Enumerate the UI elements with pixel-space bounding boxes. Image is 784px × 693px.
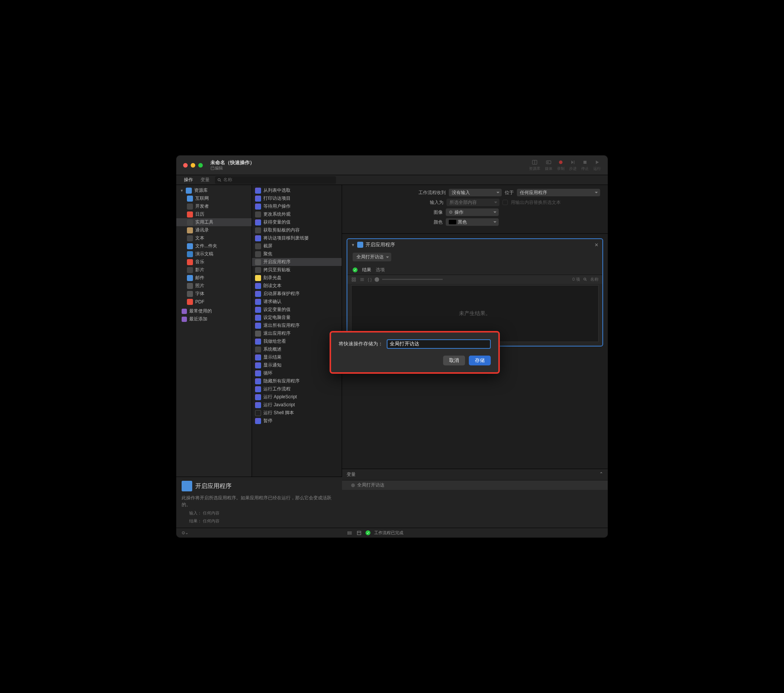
action-item[interactable]: 更改系统外观 [252, 210, 342, 218]
action-item[interactable]: 刻录光盘 [252, 274, 342, 282]
action-item[interactable]: 系统概述 [252, 346, 342, 353]
action-item[interactable]: 获取剪贴板的内容 [252, 226, 342, 234]
library-item[interactable]: 照片 [176, 282, 252, 290]
action-header[interactable]: ▼ 开启应用程序 ✕ [348, 239, 602, 250]
action-item[interactable]: 设定变量的值 [252, 306, 342, 314]
maximize-button[interactable] [198, 163, 203, 168]
toolbar-run[interactable]: 运行 [593, 159, 601, 171]
action-item-label: 我做给您看 [264, 338, 286, 345]
log-icon[interactable] [356, 530, 362, 536]
toolbar-library[interactable]: 资源库 [529, 159, 540, 171]
tab-options[interactable]: 选项 [376, 267, 385, 273]
library-item[interactable]: 互联网 [176, 194, 252, 202]
tab-results[interactable]: 结果 [362, 267, 371, 273]
variables-header[interactable]: 变量 ⌃ [342, 469, 608, 481]
smart-folder-item[interactable]: 最近添加 [176, 315, 252, 323]
action-icon [255, 418, 261, 424]
library-root[interactable]: ▼ 资源库 [176, 186, 252, 194]
library-icon [531, 159, 539, 165]
dialog-name-input[interactable] [387, 339, 491, 349]
action-item[interactable]: 启动屏幕保护程序 [252, 290, 342, 298]
app-select[interactable]: 全局打开访达 [352, 253, 391, 262]
in-select[interactable]: 任何应用程序 [517, 189, 600, 196]
action-item[interactable]: 截屏 [252, 242, 342, 250]
toolbar-stop[interactable]: 停止 [581, 159, 589, 171]
search-field[interactable]: 名称 [215, 176, 336, 184]
action-item[interactable]: 等待用户操作 [252, 202, 342, 210]
action-item[interactable]: 朗读文本 [252, 282, 342, 290]
variable-item[interactable]: 全局打开访达 [342, 481, 608, 490]
action-item[interactable]: 我做给您看 [252, 337, 342, 346]
library-item[interactable]: 影片 [176, 266, 252, 274]
library-item[interactable]: 文本 [176, 234, 252, 242]
toolbar-record[interactable]: 录制 [557, 159, 565, 171]
image-select[interactable]: ⚙ 操作 [446, 208, 499, 216]
action-item[interactable]: 请求确认 [252, 298, 342, 306]
action-close-button[interactable]: ✕ [595, 242, 599, 248]
list-view-icon[interactable] [348, 530, 352, 536]
action-item[interactable]: 显示通知 [252, 361, 342, 369]
action-item[interactable]: 获得变量的值 [252, 218, 342, 226]
action-item[interactable]: 隐藏所有应用程序 [252, 377, 342, 385]
library-item[interactable]: 邮件 [176, 274, 252, 282]
library-item[interactable]: 开发者 [176, 202, 252, 210]
status-menu-icon[interactable]: ⊙⌄ [182, 530, 188, 535]
save-dialog: 将快速操作存储为： 取消 存储 [329, 331, 500, 374]
action-item[interactable]: 退出应用程序 [252, 329, 342, 337]
toolbar-media[interactable]: 媒体 [545, 159, 552, 171]
color-swatch [449, 220, 456, 224]
library-item[interactable]: 音乐 [176, 258, 252, 266]
receives-select[interactable]: 没有输入 [449, 189, 502, 196]
action-item[interactable]: 开启应用程序 [252, 258, 342, 266]
color-select[interactable]: 黑色 [446, 218, 499, 226]
action-item[interactable]: 从列表中选取 [252, 186, 342, 194]
action-item[interactable]: 循环 [252, 369, 342, 377]
grid-icon[interactable] [351, 277, 356, 282]
action-item[interactable]: 设定电脑音量 [252, 314, 342, 321]
action-item[interactable]: 显示结果 [252, 353, 342, 361]
cancel-button[interactable]: 取消 [443, 356, 465, 365]
library-item[interactable]: 实用工具 [176, 218, 252, 226]
action-item[interactable]: 打印访达项目 [252, 194, 342, 202]
action-title: 开启应用程序 [366, 241, 395, 248]
action-item[interactable]: 运行 AppleScript [252, 393, 342, 401]
smart-folder-item[interactable]: 最常使用的 [176, 307, 252, 315]
tab-variables[interactable]: 变量 [198, 176, 212, 184]
library-item[interactable]: 文件...件夹 [176, 242, 252, 250]
results-search-placeholder[interactable]: 名称 [590, 277, 599, 282]
search-icon [583, 277, 587, 281]
action-icon [255, 386, 261, 392]
action-item-label: 显示结果 [264, 354, 282, 360]
status-bar: ⊙⌄ ✓ 工作流程已完成 [176, 528, 608, 538]
action-icon [255, 323, 261, 329]
action-item[interactable]: 退出所有应用程序 [252, 321, 342, 329]
action-item[interactable]: 将访达项目移到废纸篓 [252, 234, 342, 242]
toolbar-step[interactable]: 步进 [569, 159, 576, 171]
braces-icon[interactable]: { } [368, 277, 372, 282]
action-item-label: 运行 JavaScript [264, 402, 295, 408]
action-item[interactable]: 运行 JavaScript [252, 401, 342, 409]
library-item[interactable]: 字体 [176, 290, 252, 298]
action-item-label: 拷贝至剪贴板 [264, 267, 291, 273]
tab-actions[interactable]: 操作 [182, 176, 195, 184]
action-item[interactable]: 拷贝至剪贴板 [252, 266, 342, 274]
minimize-button[interactable] [191, 163, 195, 168]
svg-point-3 [547, 161, 548, 163]
action-item[interactable]: 聚焦 [252, 250, 342, 258]
action-item[interactable]: 暂停 [252, 417, 342, 425]
list-icon[interactable] [359, 277, 365, 282]
library-item[interactable]: 日历 [176, 210, 252, 218]
toolbar-step-label: 步进 [569, 166, 576, 171]
category-icon [187, 291, 193, 297]
dot-icon[interactable] [375, 277, 379, 282]
close-button[interactable] [183, 163, 188, 168]
slider-track[interactable] [382, 279, 443, 280]
action-item[interactable]: 运行 Shell 脚本 [252, 409, 342, 417]
library-item[interactable]: PDF [176, 298, 252, 306]
smart-folder-icon [182, 309, 187, 314]
save-button[interactable]: 存储 [469, 356, 491, 365]
library-item[interactable]: 演示文稿 [176, 250, 252, 258]
svg-line-17 [586, 280, 586, 281]
library-item[interactable]: 通讯录 [176, 226, 252, 234]
action-item[interactable]: 运行工作流程 [252, 385, 342, 393]
